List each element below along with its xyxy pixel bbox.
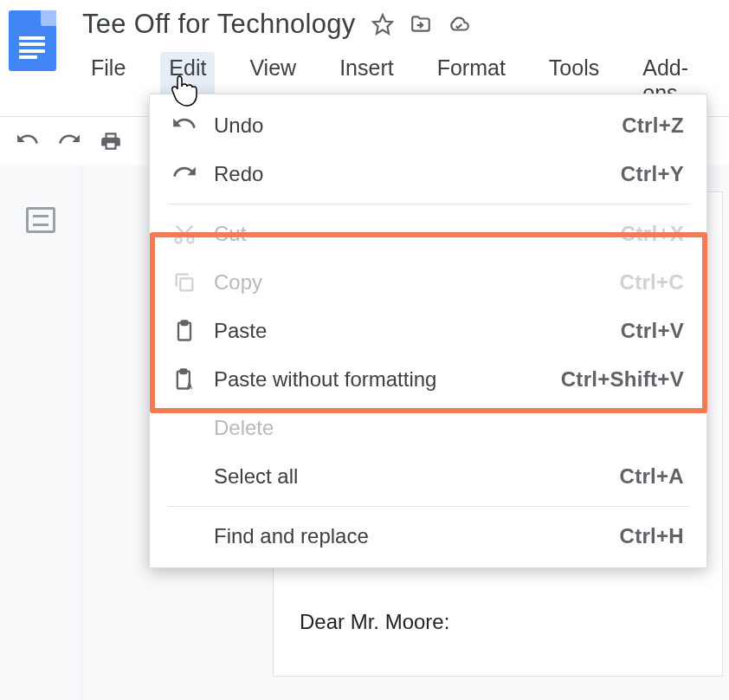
menu-item-delete[interactable]: Delete <box>150 404 706 452</box>
svg-text:A: A <box>186 380 192 391</box>
menu-item-label: Redo <box>214 162 621 186</box>
left-rail <box>0 165 82 700</box>
menu-item-label: Paste without formatting <box>214 367 561 392</box>
menu-separator <box>167 506 689 507</box>
menu-item-shortcut: Ctrl+X <box>621 222 684 246</box>
cut-icon <box>171 222 198 246</box>
menu-separator <box>167 204 689 204</box>
menu-item-shortcut: Ctrl+C <box>620 270 684 295</box>
print-icon[interactable] <box>99 129 123 153</box>
menu-item-redo[interactable]: Redo Ctrl+Y <box>150 150 706 198</box>
body-text-line: Dear Mr. Moore: <box>300 606 696 638</box>
menu-help[interactable]: He <box>723 52 729 109</box>
menu-item-shortcut: Ctrl+Shift+V <box>561 367 684 392</box>
svg-point-2 <box>188 237 194 243</box>
paste-icon <box>171 319 198 343</box>
svg-point-1 <box>176 237 182 243</box>
svg-rect-3 <box>180 278 192 290</box>
menu-item-label: Undo <box>214 113 622 138</box>
outline-icon[interactable] <box>26 207 55 233</box>
menu-item-select-all[interactable]: Select all Ctrl+A <box>150 452 706 501</box>
menu-item-shortcut: Ctrl+H <box>620 524 684 548</box>
copy-icon <box>171 270 198 295</box>
menu-item-label: Select all <box>214 464 620 489</box>
menu-item-paste[interactable]: Paste Ctrl+V <box>150 307 706 355</box>
blank-icon <box>171 464 198 489</box>
menu-item-shortcut: Ctrl+A <box>620 464 684 489</box>
menu-item-shortcut: Ctrl+V <box>621 319 684 343</box>
undo-icon <box>171 113 198 138</box>
menu-item-undo[interactable]: Undo Ctrl+Z <box>150 101 706 150</box>
blank-icon <box>171 524 198 548</box>
svg-marker-0 <box>373 15 392 34</box>
cloud-status-icon[interactable] <box>448 13 470 36</box>
menu-file[interactable]: File <box>82 52 134 109</box>
menu-item-copy[interactable]: Copy Ctrl+C <box>150 258 706 307</box>
menu-item-cut[interactable]: Cut Ctrl+X <box>150 210 706 258</box>
menu-item-label: Cut <box>214 222 621 246</box>
menu-item-shortcut: Ctrl+Y <box>621 162 684 186</box>
move-folder-icon[interactable] <box>410 13 432 36</box>
star-icon[interactable] <box>371 13 394 36</box>
menu-item-shortcut: Ctrl+Z <box>622 113 684 138</box>
menu-item-paste-without-formatting[interactable]: A Paste without formatting Ctrl+Shift+V <box>150 355 706 404</box>
paste-without-formatting-icon: A <box>171 367 198 392</box>
redo-icon[interactable] <box>57 129 81 153</box>
menu-item-label: Delete <box>214 416 684 440</box>
undo-icon[interactable] <box>16 129 40 153</box>
menu-item-label: Copy <box>214 270 620 295</box>
redo-icon <box>171 162 198 186</box>
svg-rect-7 <box>180 369 186 373</box>
menu-item-label: Paste <box>214 319 621 343</box>
menu-item-label: Find and replace <box>214 524 620 548</box>
edit-dropdown: Undo Ctrl+Z Redo Ctrl+Y Cut Ctrl+X Copy … <box>149 94 707 568</box>
svg-rect-5 <box>182 321 188 325</box>
blank-icon <box>171 416 198 440</box>
menu-item-find-replace[interactable]: Find and replace Ctrl+H <box>150 512 706 561</box>
document-title[interactable]: Tee Off for Technology <box>82 9 356 40</box>
docs-app-icon[interactable] <box>9 10 56 71</box>
